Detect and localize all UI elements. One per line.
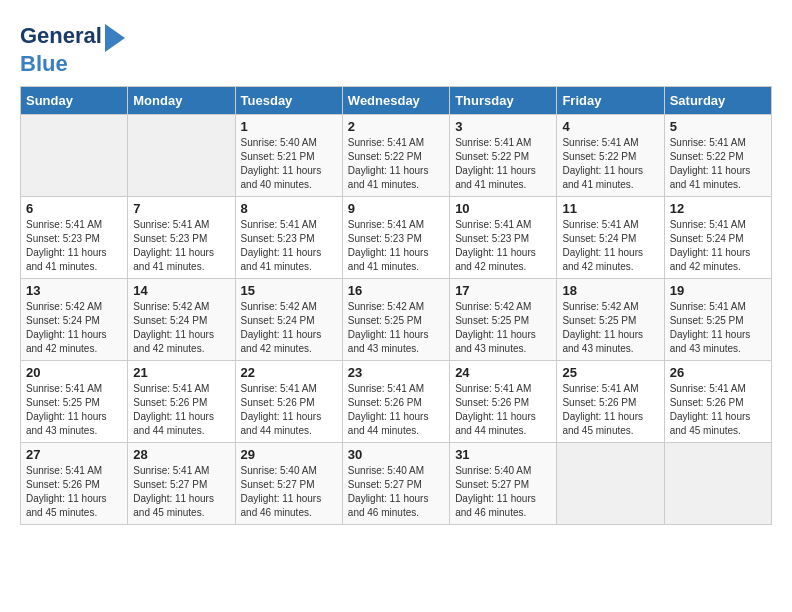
day-number: 17 [455,283,551,298]
day-detail: Sunrise: 5:41 AM Sunset: 5:26 PM Dayligh… [133,382,229,438]
day-detail: Sunrise: 5:41 AM Sunset: 5:26 PM Dayligh… [348,382,444,438]
day-number: 30 [348,447,444,462]
day-detail: Sunrise: 5:42 AM Sunset: 5:24 PM Dayligh… [241,300,337,356]
day-number: 16 [348,283,444,298]
calendar-cell: 30Sunrise: 5:40 AM Sunset: 5:27 PM Dayli… [342,443,449,525]
header-cell-tuesday: Tuesday [235,87,342,115]
day-number: 22 [241,365,337,380]
day-number: 18 [562,283,658,298]
page-header: General Blue [20,20,772,76]
day-number: 19 [670,283,766,298]
calendar-header: SundayMondayTuesdayWednesdayThursdayFrid… [21,87,772,115]
day-detail: Sunrise: 5:41 AM Sunset: 5:23 PM Dayligh… [26,218,122,274]
logo: General Blue [20,20,125,76]
header-cell-monday: Monday [128,87,235,115]
calendar-cell: 2Sunrise: 5:41 AM Sunset: 5:22 PM Daylig… [342,115,449,197]
calendar-week-row: 13Sunrise: 5:42 AM Sunset: 5:24 PM Dayli… [21,279,772,361]
day-detail: Sunrise: 5:42 AM Sunset: 5:24 PM Dayligh… [26,300,122,356]
calendar-cell: 29Sunrise: 5:40 AM Sunset: 5:27 PM Dayli… [235,443,342,525]
day-detail: Sunrise: 5:41 AM Sunset: 5:23 PM Dayligh… [133,218,229,274]
calendar-cell: 23Sunrise: 5:41 AM Sunset: 5:26 PM Dayli… [342,361,449,443]
day-detail: Sunrise: 5:41 AM Sunset: 5:25 PM Dayligh… [670,300,766,356]
day-number: 31 [455,447,551,462]
day-detail: Sunrise: 5:41 AM Sunset: 5:26 PM Dayligh… [562,382,658,438]
calendar-cell: 1Sunrise: 5:40 AM Sunset: 5:21 PM Daylig… [235,115,342,197]
day-number: 24 [455,365,551,380]
day-number: 11 [562,201,658,216]
logo-arrow-icon [105,24,125,52]
day-number: 12 [670,201,766,216]
calendar-cell: 4Sunrise: 5:41 AM Sunset: 5:22 PM Daylig… [557,115,664,197]
day-detail: Sunrise: 5:41 AM Sunset: 5:24 PM Dayligh… [670,218,766,274]
day-number: 6 [26,201,122,216]
day-number: 14 [133,283,229,298]
calendar-cell: 22Sunrise: 5:41 AM Sunset: 5:26 PM Dayli… [235,361,342,443]
day-detail: Sunrise: 5:41 AM Sunset: 5:26 PM Dayligh… [670,382,766,438]
calendar-cell: 5Sunrise: 5:41 AM Sunset: 5:22 PM Daylig… [664,115,771,197]
calendar-cell: 11Sunrise: 5:41 AM Sunset: 5:24 PM Dayli… [557,197,664,279]
calendar-cell: 15Sunrise: 5:42 AM Sunset: 5:24 PM Dayli… [235,279,342,361]
day-detail: Sunrise: 5:41 AM Sunset: 5:22 PM Dayligh… [455,136,551,192]
header-cell-thursday: Thursday [450,87,557,115]
day-detail: Sunrise: 5:41 AM Sunset: 5:24 PM Dayligh… [562,218,658,274]
day-number: 2 [348,119,444,134]
calendar-week-row: 20Sunrise: 5:41 AM Sunset: 5:25 PM Dayli… [21,361,772,443]
day-number: 8 [241,201,337,216]
day-number: 15 [241,283,337,298]
day-number: 7 [133,201,229,216]
calendar-cell: 27Sunrise: 5:41 AM Sunset: 5:26 PM Dayli… [21,443,128,525]
day-detail: Sunrise: 5:41 AM Sunset: 5:23 PM Dayligh… [348,218,444,274]
day-number: 10 [455,201,551,216]
logo-text-blue: Blue [20,51,68,76]
day-number: 25 [562,365,658,380]
header-cell-wednesday: Wednesday [342,87,449,115]
calendar-table: SundayMondayTuesdayWednesdayThursdayFrid… [20,86,772,525]
calendar-cell: 16Sunrise: 5:42 AM Sunset: 5:25 PM Dayli… [342,279,449,361]
day-detail: Sunrise: 5:41 AM Sunset: 5:25 PM Dayligh… [26,382,122,438]
calendar-cell: 8Sunrise: 5:41 AM Sunset: 5:23 PM Daylig… [235,197,342,279]
day-number: 13 [26,283,122,298]
day-number: 26 [670,365,766,380]
day-detail: Sunrise: 5:41 AM Sunset: 5:23 PM Dayligh… [455,218,551,274]
day-number: 27 [26,447,122,462]
day-detail: Sunrise: 5:41 AM Sunset: 5:23 PM Dayligh… [241,218,337,274]
day-detail: Sunrise: 5:40 AM Sunset: 5:27 PM Dayligh… [241,464,337,520]
calendar-cell [557,443,664,525]
day-number: 1 [241,119,337,134]
day-number: 28 [133,447,229,462]
day-number: 4 [562,119,658,134]
calendar-body: 1Sunrise: 5:40 AM Sunset: 5:21 PM Daylig… [21,115,772,525]
calendar-cell: 10Sunrise: 5:41 AM Sunset: 5:23 PM Dayli… [450,197,557,279]
calendar-cell [21,115,128,197]
day-detail: Sunrise: 5:41 AM Sunset: 5:26 PM Dayligh… [26,464,122,520]
calendar-cell: 9Sunrise: 5:41 AM Sunset: 5:23 PM Daylig… [342,197,449,279]
day-detail: Sunrise: 5:42 AM Sunset: 5:25 PM Dayligh… [455,300,551,356]
day-detail: Sunrise: 5:41 AM Sunset: 5:26 PM Dayligh… [455,382,551,438]
day-detail: Sunrise: 5:41 AM Sunset: 5:26 PM Dayligh… [241,382,337,438]
calendar-cell: 28Sunrise: 5:41 AM Sunset: 5:27 PM Dayli… [128,443,235,525]
calendar-cell: 13Sunrise: 5:42 AM Sunset: 5:24 PM Dayli… [21,279,128,361]
day-detail: Sunrise: 5:40 AM Sunset: 5:27 PM Dayligh… [348,464,444,520]
calendar-cell: 21Sunrise: 5:41 AM Sunset: 5:26 PM Dayli… [128,361,235,443]
calendar-cell: 25Sunrise: 5:41 AM Sunset: 5:26 PM Dayli… [557,361,664,443]
day-number: 3 [455,119,551,134]
calendar-cell: 18Sunrise: 5:42 AM Sunset: 5:25 PM Dayli… [557,279,664,361]
day-detail: Sunrise: 5:40 AM Sunset: 5:21 PM Dayligh… [241,136,337,192]
day-number: 9 [348,201,444,216]
calendar-week-row: 27Sunrise: 5:41 AM Sunset: 5:26 PM Dayli… [21,443,772,525]
day-number: 5 [670,119,766,134]
calendar-cell: 24Sunrise: 5:41 AM Sunset: 5:26 PM Dayli… [450,361,557,443]
header-cell-sunday: Sunday [21,87,128,115]
calendar-cell: 17Sunrise: 5:42 AM Sunset: 5:25 PM Dayli… [450,279,557,361]
calendar-cell [128,115,235,197]
day-detail: Sunrise: 5:40 AM Sunset: 5:27 PM Dayligh… [455,464,551,520]
day-number: 20 [26,365,122,380]
calendar-cell: 14Sunrise: 5:42 AM Sunset: 5:24 PM Dayli… [128,279,235,361]
calendar-cell [664,443,771,525]
day-detail: Sunrise: 5:42 AM Sunset: 5:25 PM Dayligh… [562,300,658,356]
day-detail: Sunrise: 5:42 AM Sunset: 5:24 PM Dayligh… [133,300,229,356]
calendar-cell: 7Sunrise: 5:41 AM Sunset: 5:23 PM Daylig… [128,197,235,279]
day-number: 21 [133,365,229,380]
calendar-cell: 31Sunrise: 5:40 AM Sunset: 5:27 PM Dayli… [450,443,557,525]
calendar-cell: 26Sunrise: 5:41 AM Sunset: 5:26 PM Dayli… [664,361,771,443]
